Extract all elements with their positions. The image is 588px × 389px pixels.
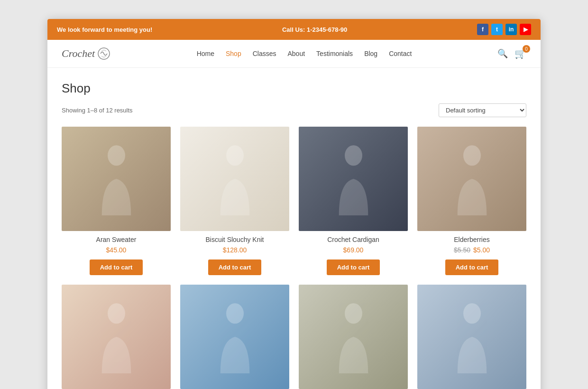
products-grid: Aran Sweater$45.00Add to cart Biscuit Sl… — [62, 127, 526, 389]
product-name: Biscuit Slouchy Knit — [206, 236, 264, 243]
browser-window: We look forward to meeting you! Call Us:… — [47, 19, 541, 389]
top-bar: We look forward to meeting you! Call Us:… — [47, 19, 541, 40]
nav-shop[interactable]: Shop — [226, 50, 241, 57]
top-bar-center-text: Call Us: 1-2345-678-90 — [282, 26, 347, 33]
main-nav: Home Shop Classes About Testimonials Blo… — [197, 50, 412, 57]
search-icon[interactable]: 🔍 — [497, 48, 508, 59]
site-logo[interactable]: Crochet — [62, 46, 111, 61]
page-title: Shop — [62, 81, 526, 96]
main-content: Shop Showing 1–8 of 12 results Default s… — [47, 68, 541, 389]
facebook-icon[interactable]: f — [477, 24, 488, 35]
product-image — [180, 127, 289, 231]
nav-testimonials[interactable]: Testimonials — [316, 50, 353, 57]
nav-blog[interactable]: Blog — [364, 50, 377, 57]
product-image — [299, 285, 408, 389]
svg-point-5 — [108, 303, 125, 324]
product-card: Kids Toy Set$24.00Add to cart — [180, 285, 289, 389]
product-card: Biscuit Slouchy Knit$128.00Add to cart — [180, 127, 289, 275]
product-image — [62, 285, 171, 389]
product-name: Crochet Cardigan — [327, 236, 379, 243]
svg-point-2 — [226, 145, 244, 166]
shop-meta: Showing 1–8 of 12 results Default sortin… — [62, 103, 526, 117]
product-image — [180, 285, 289, 389]
nav-about[interactable]: About — [288, 50, 305, 57]
top-bar-left-text: We look forward to meeting you! — [57, 26, 152, 33]
twitter-icon[interactable]: t — [491, 24, 503, 35]
header-icons: 🔍 🛒 0 — [497, 48, 526, 59]
product-card: Aran Sweater$45.00Add to cart — [62, 127, 171, 275]
product-price: $45.00 — [106, 246, 127, 254]
nav-classes[interactable]: Classes — [253, 50, 276, 57]
product-card: Classic Polo$55.00Add to cart — [299, 285, 408, 389]
product-name: Elderberries — [454, 236, 489, 243]
logo-text: Crochet — [62, 47, 95, 60]
product-price: $5.50$5.00 — [454, 246, 490, 254]
product-image — [62, 127, 171, 231]
site-header: Crochet Home Shop Classes About Testimon… — [47, 40, 541, 68]
nav-contact[interactable]: Contact — [389, 50, 412, 57]
product-card: Holiday Hat$18.00Add to cart — [62, 285, 171, 389]
add-to-cart-button[interactable]: Add to cart — [445, 259, 499, 275]
cart-badge: 0 — [523, 45, 530, 53]
product-name: Aran Sweater — [96, 236, 137, 243]
youtube-icon[interactable]: ▶ — [520, 24, 531, 35]
add-to-cart-button[interactable]: Add to cart — [90, 259, 143, 275]
product-card: Elderberries$5.50$5.00Add to cart — [417, 127, 526, 275]
results-count: Showing 1–8 of 12 results — [62, 107, 133, 114]
add-to-cart-button[interactable]: Add to cart — [208, 259, 262, 275]
sort-select[interactable]: Default sorting Sort by popularity Sort … — [439, 103, 526, 117]
product-image — [299, 127, 408, 231]
product-price: $69.00 — [343, 246, 364, 254]
add-to-cart-button[interactable]: Add to cart — [327, 259, 380, 275]
svg-point-6 — [226, 303, 244, 324]
cart-icon-wrap[interactable]: 🛒 0 — [514, 48, 526, 59]
social-icons-group: f t in ▶ — [477, 24, 531, 35]
svg-point-8 — [463, 303, 481, 324]
linkedin-icon[interactable]: in — [505, 24, 517, 35]
product-card: Denim Blouse$72.00Add to cart — [417, 285, 526, 389]
nav-home[interactable]: Home — [197, 50, 214, 57]
product-card: Crochet Cardigan$69.00Add to cart — [299, 127, 408, 275]
product-image — [417, 127, 526, 231]
svg-point-1 — [108, 145, 125, 166]
svg-point-7 — [345, 303, 362, 324]
yarn-icon — [97, 46, 111, 61]
product-price: $128.00 — [223, 246, 247, 254]
svg-point-3 — [345, 145, 362, 166]
svg-point-4 — [463, 145, 481, 166]
product-image — [417, 285, 526, 389]
